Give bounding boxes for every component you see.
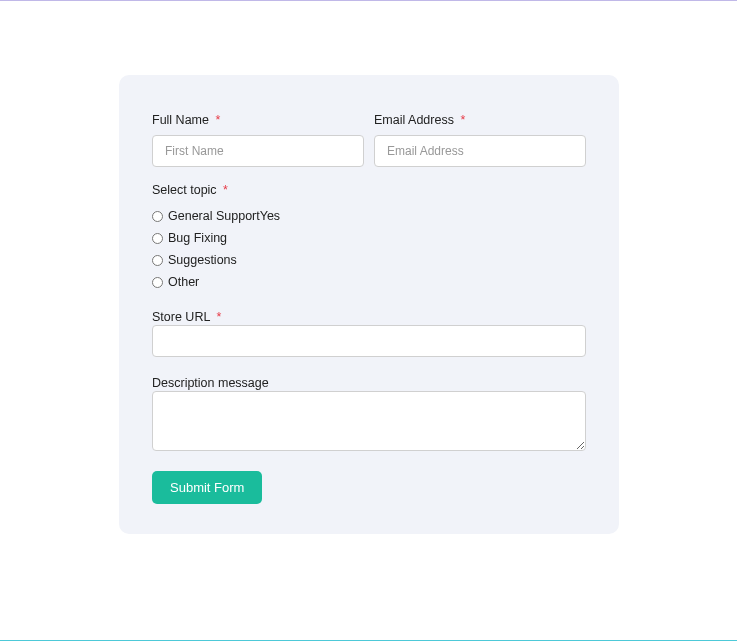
email-field: Email Address * xyxy=(374,113,586,167)
topic-option-suggestions: Suggestions xyxy=(152,253,586,267)
topic-option-label: Other xyxy=(168,275,199,289)
required-asterisk: * xyxy=(223,183,228,197)
description-field: Description message xyxy=(152,373,586,455)
full-name-field: Full Name * xyxy=(152,113,364,167)
topic-field: Select topic * General SupportYes Bug Fi… xyxy=(152,183,586,289)
store-url-label-text: Store URL xyxy=(152,310,210,324)
description-textarea[interactable] xyxy=(152,391,586,451)
topic-radio-general[interactable] xyxy=(152,211,163,222)
name-email-row: Full Name * Email Address * xyxy=(152,113,586,167)
submit-button[interactable]: Submit Form xyxy=(152,471,262,504)
topic-radio-other[interactable] xyxy=(152,277,163,288)
form-card: Full Name * Email Address * Select topic… xyxy=(119,75,619,534)
description-label-text: Description message xyxy=(152,376,269,390)
required-asterisk: * xyxy=(460,113,465,127)
description-label: Description message xyxy=(152,376,269,390)
required-asterisk: * xyxy=(215,113,220,127)
topic-option-other: Other xyxy=(152,275,586,289)
full-name-input[interactable] xyxy=(152,135,364,167)
topic-radio-suggestions[interactable] xyxy=(152,255,163,266)
email-label: Email Address * xyxy=(374,113,586,128)
store-url-label: Store URL * xyxy=(152,310,221,324)
full-name-label: Full Name * xyxy=(152,113,364,128)
topic-option-label: Suggestions xyxy=(168,253,237,267)
topic-option-label: Bug Fixing xyxy=(168,231,227,245)
store-url-field: Store URL * xyxy=(152,307,586,357)
topic-option-bug: Bug Fixing xyxy=(152,231,586,245)
full-name-label-text: Full Name xyxy=(152,113,209,127)
store-url-input[interactable] xyxy=(152,325,586,357)
topic-label: Select topic * xyxy=(152,183,586,197)
topic-radio-bug[interactable] xyxy=(152,233,163,244)
topic-option-general: General SupportYes xyxy=(152,209,586,223)
required-asterisk: * xyxy=(216,310,221,324)
topic-label-text: Select topic xyxy=(152,183,217,197)
topic-option-label: General SupportYes xyxy=(168,209,280,223)
email-label-text: Email Address xyxy=(374,113,454,127)
email-input[interactable] xyxy=(374,135,586,167)
